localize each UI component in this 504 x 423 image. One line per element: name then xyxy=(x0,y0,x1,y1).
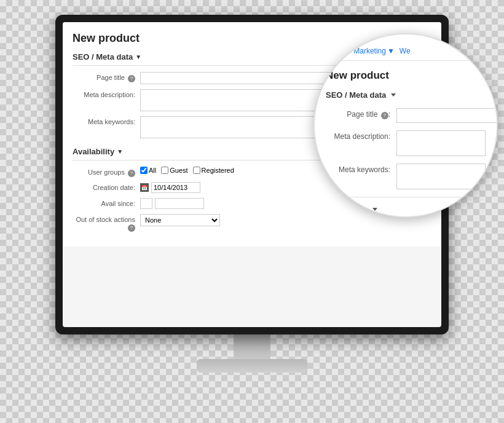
out-of-stock-help-icon[interactable]: ? xyxy=(128,224,135,232)
magnifier-meta-keywords-row: Meta keywords: xyxy=(326,164,486,189)
monitor-neck xyxy=(234,334,270,359)
user-groups-checkboxes: All Guest Registered xyxy=(140,167,234,174)
nav-link-we[interactable]: We xyxy=(400,47,411,55)
user-groups-help-icon[interactable]: ? xyxy=(128,170,135,177)
magnifier-page-title-row: Page title ?: xyxy=(326,108,486,123)
magnifier-meta-keywords-label: Meta keywords: xyxy=(326,164,396,174)
magnifier-meta-desc-label: Meta description: xyxy=(326,130,396,141)
nav-marketing-chevron: ▼ xyxy=(387,47,395,55)
avail-since-label: Avail since: xyxy=(73,198,140,207)
checkbox-guest[interactable] xyxy=(161,167,168,174)
nav-we-label: We xyxy=(400,47,411,55)
magnifier-meta-desc-input[interactable] xyxy=(396,130,486,156)
calendar-icon: 📅 xyxy=(140,183,149,192)
magnifier-page-title-help-icon[interactable]: ? xyxy=(381,112,388,119)
checkbox-registered[interactable] xyxy=(193,167,200,174)
monitor-body: New product SEO / Meta data ▼ Page title… xyxy=(55,15,449,334)
nav-link-marketing[interactable]: Marketing ▼ xyxy=(353,47,395,55)
magnifier-seo-chevron-icon xyxy=(391,93,396,97)
meta-keywords-label: Meta keywords: xyxy=(73,116,140,125)
magnifier-page-title-label: Page title ?: xyxy=(326,108,396,119)
page-title-help-icon[interactable]: ? xyxy=(128,75,135,82)
checkbox-all[interactable] xyxy=(140,167,148,174)
magnifier-content: ners ▼ Marketing ▼ We New product SEO / … xyxy=(315,34,497,216)
creation-date-field[interactable] xyxy=(151,182,200,193)
monitor-container: New product SEO / Meta data ▼ Page title… xyxy=(37,15,467,408)
magnifier-seo-header[interactable]: SEO / Meta data xyxy=(326,90,486,100)
avail-since-icon xyxy=(140,198,152,209)
magnifier-meta-keywords-input[interactable] xyxy=(396,164,486,189)
availability-chevron-icon: ▼ xyxy=(117,148,123,155)
out-of-stock-row: Out of stock actions ? None Allow purcha… xyxy=(73,214,431,232)
checkbox-all-label[interactable]: All xyxy=(140,167,156,174)
creation-date-label: Creation date: xyxy=(73,182,140,191)
magnifier-circle: ners ▼ Marketing ▼ We New product SEO / … xyxy=(313,33,498,218)
magnifier-availability-chevron-icon xyxy=(372,208,377,211)
nav-marketing-label: Marketing xyxy=(353,47,386,55)
magnifier-page-title: New product xyxy=(326,69,486,82)
user-groups-label: User groups ? xyxy=(73,167,140,177)
magnifier-meta-desc-row: Meta description: xyxy=(326,130,486,156)
checkbox-registered-label[interactable]: Registered xyxy=(193,167,234,174)
creation-date-input-group: 📅 xyxy=(140,182,200,193)
magnifier-seo-label: SEO / Meta data xyxy=(326,90,386,100)
seo-chevron-icon: ▼ xyxy=(135,53,141,60)
availability-label: Availability xyxy=(73,147,114,156)
avail-since-input-group xyxy=(140,198,204,209)
page-title-label: Page title ? xyxy=(73,72,140,82)
meta-description-label: Meta description: xyxy=(73,89,140,98)
checkbox-guest-label[interactable]: Guest xyxy=(161,167,187,174)
out-of-stock-label: Out of stock actions ? xyxy=(73,214,140,232)
seo-section-label: SEO / Meta data xyxy=(73,52,133,61)
magnifier-page-title-input[interactable] xyxy=(396,108,497,123)
monitor-base xyxy=(197,359,307,373)
out-of-stock-select[interactable]: None Allow purchasing Notify customer xyxy=(140,214,220,226)
avail-since-field[interactable] xyxy=(155,198,204,209)
